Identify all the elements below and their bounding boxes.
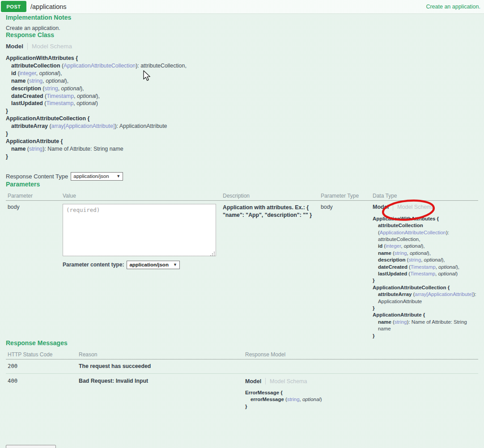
signature-line: } bbox=[373, 277, 478, 284]
tab-model[interactable]: Model bbox=[245, 378, 261, 385]
signature-token: optional bbox=[424, 257, 442, 262]
signature-token: } bbox=[373, 305, 374, 311]
signature-line: ApplicationAttribute { bbox=[373, 312, 478, 318]
reason-text: The request has succeeded bbox=[79, 363, 245, 369]
signature-token: optional bbox=[39, 70, 59, 76]
method-badge[interactable]: POST bbox=[1, 1, 26, 12]
signature-token: ( bbox=[60, 63, 64, 69]
type-link: array[ApplicationAttribute] bbox=[51, 123, 115, 129]
col-parameter-type: Parameter Type bbox=[321, 193, 373, 199]
signature-token: ), bbox=[59, 70, 62, 76]
signature-token: ( bbox=[25, 78, 29, 84]
signature-token: ApplicationWithAttributes { bbox=[6, 55, 78, 61]
signature-token: } bbox=[6, 153, 8, 160]
signature-token: ( bbox=[391, 250, 395, 256]
body-parameter-input[interactable] bbox=[63, 204, 216, 256]
signature-token: ) bbox=[456, 271, 458, 276]
signature-token: } bbox=[373, 278, 374, 283]
response-content-type-select[interactable]: application/json ▼ bbox=[71, 172, 123, 181]
signature-line: dateCreated (Timestamp, optional), bbox=[6, 93, 478, 100]
operation-body: Implementation Notes Create an applicati… bbox=[0, 14, 484, 410]
signature-token: lastUpdated bbox=[378, 271, 407, 276]
signature-token: id bbox=[378, 243, 382, 249]
endpoint-path[interactable]: /applications bbox=[30, 3, 67, 10]
signature-line: } bbox=[373, 305, 478, 312]
signature-token: ), bbox=[456, 264, 459, 270]
signature-token: , bbox=[36, 70, 39, 76]
parameters-table-header: Parameter Value Description Parameter Ty… bbox=[6, 193, 478, 201]
signature-line: } bbox=[245, 403, 478, 410]
signature-line: } bbox=[6, 130, 478, 138]
tab-model[interactable]: Model bbox=[373, 204, 389, 210]
signature-token: ( bbox=[408, 264, 411, 270]
type-link: string bbox=[408, 257, 421, 262]
tab-model-schema[interactable]: Model Schema bbox=[397, 204, 434, 210]
implementation-notes-title: Implementation Notes bbox=[6, 14, 478, 21]
type-link: string bbox=[29, 146, 42, 152]
signature-token: ApplicationAttribute bbox=[378, 299, 422, 304]
col-parameter: Parameter bbox=[6, 193, 63, 199]
signature-token: optional bbox=[46, 78, 65, 84]
col-data-type: Data Type bbox=[373, 193, 478, 199]
signature-token: optional bbox=[410, 250, 428, 256]
signature-line: ApplicationAttributeCollection { bbox=[6, 115, 478, 123]
signature-token: name bbox=[11, 146, 25, 152]
parameter-row-body: body Parameter content type: application… bbox=[6, 201, 478, 339]
status-code: 200 bbox=[6, 363, 79, 369]
signature-line: ErrorMessage { bbox=[245, 389, 478, 396]
signature-token: attributeArray bbox=[11, 123, 48, 129]
try-it-out-button[interactable] bbox=[6, 445, 56, 448]
parameter-name: body bbox=[6, 204, 63, 210]
col-response-model: Response Model bbox=[245, 351, 478, 358]
signature-token: ApplicationAttribute { bbox=[373, 312, 425, 317]
chevron-down-icon: ▼ bbox=[116, 174, 120, 178]
type-link: ApplicationAttributeCollection bbox=[64, 63, 136, 69]
signature-token: ( bbox=[284, 397, 287, 402]
operation-summary-link[interactable]: Create an application. bbox=[426, 0, 480, 13]
response-messages-title: Response Messages bbox=[6, 339, 478, 347]
signature-line: ApplicationWithAttributes { bbox=[6, 55, 478, 62]
signature-token: , bbox=[74, 93, 77, 99]
signature-line: description (string, optional), bbox=[6, 85, 478, 93]
signature-line: } bbox=[6, 153, 478, 161]
response-class-title: Response Class bbox=[6, 31, 478, 38]
signature-line: description (string, optional), bbox=[373, 257, 478, 263]
signature-token: name bbox=[378, 250, 391, 256]
signature-token: ( bbox=[25, 146, 29, 152]
signature-token: } bbox=[6, 131, 8, 137]
tab-model[interactable]: Model bbox=[6, 43, 23, 50]
tab-model-schema[interactable]: Model Schema bbox=[270, 378, 307, 385]
signature-token: ), bbox=[65, 78, 69, 84]
signature-token: ApplicationAttributeCollection { bbox=[6, 115, 89, 122]
type-link: integer bbox=[386, 243, 401, 249]
parameter-content-type-select[interactable]: application/json ▼ bbox=[127, 261, 179, 269]
type-link: Timestamp bbox=[411, 264, 436, 270]
response-row-200: 200 The request has succeeded bbox=[6, 359, 478, 374]
signature-token: optional bbox=[438, 264, 456, 270]
signature-line: id (integer, optional), bbox=[373, 243, 478, 249]
implementation-notes-text: Create an application. bbox=[6, 25, 478, 31]
type-link: integer bbox=[20, 70, 36, 76]
type-link: Timestamp bbox=[47, 93, 74, 99]
signature-line: } bbox=[373, 333, 478, 339]
response-content-type-label: Response Content Type bbox=[6, 173, 68, 180]
signature-token: optional bbox=[438, 271, 456, 276]
tab-model-schema[interactable]: Model Schema bbox=[32, 43, 72, 50]
signature-line: ApplicationWithAttributes { bbox=[373, 216, 478, 222]
col-value: Value bbox=[63, 193, 223, 199]
tab-divider bbox=[265, 378, 266, 385]
signature-token: } bbox=[6, 108, 8, 114]
description-line-1: Application with attributes. Ex.: { bbox=[223, 204, 321, 212]
signature-token: , bbox=[58, 85, 61, 92]
signature-token: description bbox=[11, 85, 41, 92]
signature-token: ErrorMessage { bbox=[245, 390, 283, 395]
signature-line: (ApplicationAttributeCollection): bbox=[373, 229, 478, 236]
response-model-tabs: Model Model Schema bbox=[245, 378, 478, 385]
type-link: string bbox=[287, 397, 300, 402]
response-model-cell: Model Model Schema ErrorMessage {errorMe… bbox=[245, 378, 478, 410]
signature-token: optional bbox=[76, 100, 96, 106]
col-http-status-code: HTTP Status Code bbox=[6, 351, 79, 358]
signature-token: dateCreated bbox=[11, 93, 43, 99]
col-reason: Reason bbox=[79, 351, 245, 358]
signature-token: lastUpdated bbox=[11, 100, 43, 106]
